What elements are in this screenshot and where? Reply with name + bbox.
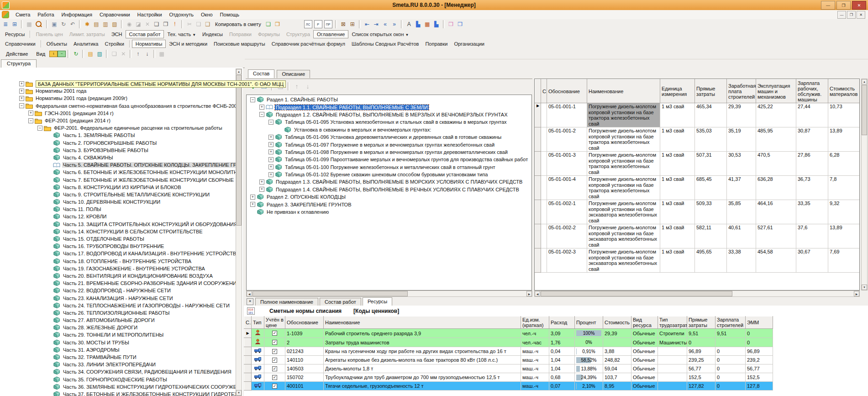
close-button[interactable]: ✕ — [852, 1, 866, 10]
cell-mwage[interactable]: 30,87 — [796, 127, 828, 152]
cell-direct[interactable]: 495,65 — [695, 248, 727, 273]
cell-unit[interactable]: 1 м3 свай — [660, 224, 695, 248]
tree-item[interactable]: Часть 34. СООРУЖЕНИЯ СВЯЗИ, РАДИОВЕЩАНИЯ… — [0, 368, 236, 375]
checkbox-checked-icon[interactable]: ✓ — [272, 331, 277, 336]
cell-unit[interactable]: 1 м3 свай — [660, 127, 695, 152]
cut-icon[interactable]: ✂ — [185, 20, 194, 29]
cell-name[interactable]: Погружение дизель-молотом копровой устан… — [587, 248, 660, 273]
cell-name[interactable]: Погружение дизель-молотом копровой устан… — [587, 127, 660, 152]
scroll-left-icon[interactable]: ◀ — [247, 291, 252, 296]
rates-vscrollbar[interactable]: ▲ ▼ — [861, 79, 868, 290]
tree-item[interactable]: Часть 2. ГОРНОВСКРЫШНЫЕ РАБОТЫ — [0, 139, 236, 147]
tree-item[interactable]: Часть 27. АВТОМОБИЛЬНЫЕ ДОРОГИ — [0, 317, 236, 324]
module-tab-2[interactable]: Объекты — [43, 40, 70, 48]
cell-qty[interactable]: 0,04 — [549, 347, 575, 356]
module-tab-5[interactable]: Нормативы — [132, 40, 166, 48]
composition-tab-1[interactable]: Состав — [248, 69, 274, 78]
tree-item[interactable]: Установка в скважины в мерзлых и вечноме… — [247, 126, 531, 133]
mdi-restore-button[interactable]: ❐ — [847, 11, 856, 19]
view-tab-5[interactable]: Состав работ — [126, 30, 164, 38]
view-tab-3[interactable]: Лимит. затраты — [66, 31, 108, 38]
cell-cost[interactable]: 29,39 — [603, 329, 631, 338]
table-row[interactable]: ▶05-01-001-1Погружение дизель-молотом ко… — [535, 103, 860, 127]
tree-item[interactable]: Часть 11. ПОЛЫ — [0, 206, 236, 213]
tree-item[interactable]: Часть 28. ЖЕЛЕЗНЫЕ ДОРОГИ — [0, 324, 236, 331]
cell-wage[interactable]: 35,85 — [727, 200, 756, 224]
cell-rtype[interactable]: Обычные — [631, 356, 658, 364]
cell-cost[interactable]: 8,95 — [603, 382, 631, 391]
r-document-icon[interactable]: Р — [314, 20, 322, 28]
cell-direct[interactable]: 507,31 — [695, 152, 727, 176]
cell-rtype[interactable]: Обычные — [631, 347, 658, 356]
tree-item[interactable]: Часть 23. КАНАЛИЗАЦИЯ - НАРУЖНЫЕ СЕТИ — [0, 294, 236, 301]
tree-item[interactable]: Часть 36. ЗЕМЛЯНЫЕ КОНСТРУКЦИИ ГИДРОТЕХН… — [0, 383, 236, 391]
pr-document-icon[interactable]: ПР — [324, 20, 332, 28]
ls-document-icon[interactable]: ЛС — [304, 20, 312, 28]
web-catalog-icon[interactable]: ◉ — [125, 20, 134, 29]
move-last-icon[interactable]: ⇥ — [372, 20, 381, 29]
cell-qty[interactable]: 1,04 — [549, 356, 575, 364]
cell-c[interactable] — [541, 152, 547, 176]
tree-item[interactable]: Часть 19. ГАЗОСНАБЖЕНИЕ - ВНУТРЕННИЕ УСТ… — [0, 265, 236, 272]
tree-item[interactable]: +Раздел 3. ЗАКРЕПЛЕНИЕ ГРУНТОВ — [247, 201, 531, 208]
paste-icon[interactable]: ❑ — [203, 20, 212, 29]
cell-qty[interactable]: 0,68 — [549, 373, 575, 382]
cell-unit[interactable]: 1 м3 свай — [660, 200, 695, 224]
scroll-right-icon[interactable]: ▶ — [526, 291, 532, 296]
cell-mach[interactable]: 636,28 — [756, 176, 796, 200]
percent-cell[interactable]: 100% — [575, 329, 603, 338]
collapse-icon[interactable]: − — [19, 103, 24, 108]
expand-icon[interactable]: + — [250, 195, 255, 200]
cell-mat[interactable]: 7,69 — [828, 248, 860, 273]
percent-cell[interactable]: 0% — [575, 338, 603, 347]
view-tab-4[interactable]: ЭСН — [108, 31, 126, 38]
copy-estimate-icon[interactable]: ❏ — [264, 20, 273, 29]
expand-icon[interactable]: + — [268, 157, 274, 162]
checkbox-checked-icon[interactable]: ✓ — [272, 358, 277, 363]
layers-pink-icon[interactable]: ❒ — [447, 20, 456, 29]
cell-unit[interactable]: 1 м3 свай — [660, 152, 695, 176]
indent-icon[interactable]: » — [390, 20, 399, 29]
cell-cost[interactable]: 103,7 — [603, 373, 631, 382]
action-menu-2[interactable]: Вид — [32, 50, 49, 58]
cell-qty[interactable]: 0,07 — [549, 382, 575, 391]
scroll-thumb[interactable] — [862, 85, 867, 135]
close-bottom-panel-icon[interactable]: ✕ — [247, 298, 253, 305]
cell-ltype[interactable] — [658, 347, 687, 356]
table-row[interactable]: 05-01-001-3Погружение дизель-молотом коп… — [535, 152, 860, 176]
cell-mat[interactable]: 9,32 — [828, 200, 860, 224]
refresh-icon[interactable]: ↻ — [71, 50, 80, 58]
module-tab-3[interactable]: Аналитика — [70, 40, 101, 48]
tree-item[interactable]: −Подраздел 1.2. СВАЙНЫЕ РАБОТЫ, ВЫПОЛНЯЕ… — [247, 111, 531, 118]
tree-item[interactable]: Часть 13. ЗАЩИТА СТРОИТЕЛЬНЫХ КОНСТРУКЦИ… — [0, 221, 236, 228]
cell-ltype[interactable]: Строители — [658, 329, 687, 338]
cell-wage[interactable]: 0 — [715, 356, 746, 364]
cell-code[interactable]: 05-01-002-1 — [547, 200, 587, 224]
included-cell[interactable]: ✓ — [264, 338, 285, 347]
card-copy-icon[interactable]: ▥ — [101, 20, 110, 29]
cell-code[interactable]: 1-1039 — [285, 329, 324, 338]
tree-item[interactable]: Часть 29. ТОННЕЛИ И МЕТРОПОЛИТЕНЫ — [0, 331, 236, 338]
cell-direct[interactable]: 239,25 — [687, 356, 715, 364]
cell-wage[interactable]: 29,39 — [727, 103, 756, 127]
tree-item[interactable]: Часть 32. ТРАМВАЙНЫЕ ПУТИ — [0, 354, 236, 361]
tree-item[interactable]: Часть 16. ТРУБОПРОВОДЫ ВНУТРЕННИЕ — [0, 243, 236, 250]
cell-code[interactable]: 400101 — [285, 382, 324, 391]
cell-c[interactable] — [541, 176, 547, 200]
cell-ltype[interactable]: Машинисты — [658, 338, 687, 347]
expand-icon[interactable]: + — [259, 105, 264, 110]
expand-icon[interactable]: + — [19, 96, 24, 101]
cell-code[interactable]: 05-01-001-4 — [547, 176, 587, 200]
cell-c[interactable] — [541, 127, 547, 152]
cell-c[interactable] — [541, 248, 547, 273]
excel-export-icon[interactable]: ▦ — [25, 20, 34, 29]
folder-up-icon[interactable]: t — [49, 51, 58, 57]
cell-code[interactable]: 05-01-001-2 — [547, 127, 587, 152]
cell-code[interactable]: 021243 — [285, 347, 324, 356]
menu-item-5[interactable]: Настройки — [134, 11, 166, 18]
tree-item[interactable]: +Таблица 05-01-096 Установка деревометал… — [247, 133, 531, 141]
table-row[interactable]: ✓021243Краны на гусеничном ходу при рабо… — [244, 347, 773, 356]
toc-hscrollbar[interactable]: ◀ ▶ — [246, 290, 532, 297]
cell-rtype[interactable]: Обычные — [631, 364, 658, 373]
delete-item-icon[interactable]: ✕ — [119, 50, 128, 58]
